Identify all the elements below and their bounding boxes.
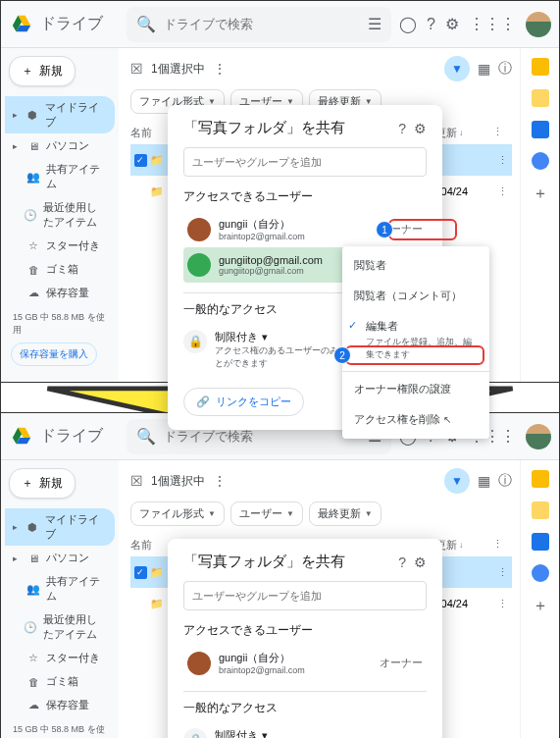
help-icon[interactable]: ? bbox=[398, 121, 406, 136]
view-grid-icon[interactable]: ▦ bbox=[478, 61, 490, 77]
menu-item-editor[interactable]: ✓編集者ファイルを登録、追加、編集できます bbox=[342, 311, 489, 369]
settings-icon[interactable]: ⚙ bbox=[445, 15, 459, 33]
menu-item-remove[interactable]: アクセス権を削除 ↖ bbox=[342, 404, 489, 435]
app-name: ドライブ bbox=[40, 14, 103, 34]
share-add-input[interactable] bbox=[183, 147, 427, 177]
new-button[interactable]: ＋新規 bbox=[9, 468, 76, 499]
keep-app-icon[interactable] bbox=[532, 501, 549, 519]
info-icon[interactable]: ⓘ bbox=[498, 60, 512, 78]
nav-shared[interactable]: 👥共有アイテム bbox=[5, 158, 115, 195]
search-input[interactable] bbox=[164, 429, 368, 444]
chevron-down-icon: ▾ bbox=[262, 331, 268, 343]
folder-icon: 📁 bbox=[150, 566, 164, 579]
close-selection-icon[interactable]: ☒ bbox=[130, 61, 143, 77]
nav-computers[interactable]: ▸🖥パソコン bbox=[5, 134, 115, 157]
buy-storage-button[interactable]: 保存容量を購入 bbox=[11, 343, 97, 366]
contacts-app-icon[interactable] bbox=[532, 152, 549, 170]
user-avatar bbox=[187, 218, 211, 241]
drive-logo[interactable]: ドライブ bbox=[9, 14, 127, 35]
nav-my-drive[interactable]: ▸⬢マイドライブ bbox=[5, 508, 115, 546]
more-col-icon[interactable]: ⋮ bbox=[492, 538, 512, 553]
nav-storage[interactable]: ☁保存容量 bbox=[5, 694, 115, 716]
new-button[interactable]: ＋新規 bbox=[9, 56, 76, 86]
add-apps-icon[interactable]: ＋ bbox=[533, 596, 548, 616]
search-box[interactable]: 🔍 ☰ bbox=[127, 7, 391, 42]
chip-user[interactable]: ユーザー▼ bbox=[230, 501, 303, 526]
drive-icon bbox=[9, 14, 34, 35]
check-icon: ✓ bbox=[348, 319, 357, 332]
nav-starred[interactable]: ☆スター付き bbox=[5, 235, 115, 257]
general-access-dropdown[interactable]: 制限付き▾ bbox=[215, 728, 427, 738]
clock-icon: 🕒 bbox=[24, 621, 37, 634]
chevron-down-icon: ▼ bbox=[208, 509, 216, 518]
nav-starred[interactable]: ☆スター付き bbox=[5, 647, 115, 669]
more-col-icon[interactable]: ⋮ bbox=[492, 126, 512, 140]
help-icon[interactable]: ? bbox=[398, 554, 406, 570]
folder-icon: 📁 bbox=[150, 185, 164, 198]
more-icon[interactable]: ⋮ bbox=[213, 61, 227, 77]
more-icon[interactable]: ⋮ bbox=[213, 473, 227, 489]
row-more-icon[interactable]: ⋮ bbox=[492, 598, 512, 610]
computer-icon: 🖥 bbox=[26, 553, 40, 564]
tasks-app-icon[interactable] bbox=[532, 533, 549, 551]
selection-count: 1個選択中 bbox=[151, 473, 205, 490]
calendar-app-icon[interactable] bbox=[532, 470, 549, 488]
drive-logo[interactable]: ドライブ bbox=[9, 426, 127, 448]
search-icon: 🔍 bbox=[136, 15, 156, 33]
star-icon: ☆ bbox=[26, 652, 40, 664]
close-selection-icon[interactable]: ☒ bbox=[130, 473, 143, 489]
nav-computers[interactable]: ▸🖥パソコン bbox=[5, 547, 115, 569]
cloud-icon: ☁ bbox=[26, 699, 40, 712]
computer-icon: 🖥 bbox=[26, 140, 40, 152]
tasks-app-icon[interactable] bbox=[532, 121, 549, 138]
copy-link-button[interactable]: 🔗リンクをコピー bbox=[183, 388, 304, 416]
menu-item-transfer[interactable]: オーナー権限の譲渡 bbox=[342, 374, 489, 404]
user-avatar bbox=[187, 253, 211, 277]
nav-trash[interactable]: 🗑ゴミ箱 bbox=[5, 670, 115, 693]
account-avatar[interactable] bbox=[526, 424, 551, 449]
nav-recent[interactable]: 🕒最近使用したアイテム bbox=[5, 608, 115, 646]
add-apps-icon[interactable]: ＋ bbox=[533, 184, 548, 204]
plus-icon: ＋ bbox=[22, 475, 33, 492]
nav-shared[interactable]: 👥共有アイテム bbox=[5, 570, 115, 607]
keep-app-icon[interactable] bbox=[532, 89, 549, 107]
row-more-icon[interactable]: ⋮ bbox=[492, 154, 512, 167]
checkbox-checked-icon[interactable]: ✓ bbox=[134, 154, 147, 167]
nav-recent[interactable]: 🕒最近使用したアイテム bbox=[5, 196, 115, 234]
info-icon[interactable]: ⓘ bbox=[498, 472, 512, 490]
general-access-label: 一般的なアクセス bbox=[183, 700, 427, 716]
offline-icon[interactable]: ◯ bbox=[399, 15, 417, 33]
apps-icon[interactable]: ⋮⋮⋮ bbox=[469, 15, 516, 33]
sort-down-icon[interactable]: ↓ bbox=[459, 541, 463, 550]
row-more-icon[interactable]: ⋮ bbox=[492, 185, 512, 198]
nav-my-drive[interactable]: ▸⬢マイドライブ bbox=[5, 96, 115, 133]
lock-icon: 🔒 bbox=[183, 330, 207, 353]
calendar-app-icon[interactable] bbox=[532, 58, 549, 76]
sort-down-icon[interactable]: ↓ bbox=[459, 129, 463, 137]
filter-icon[interactable]: ▼ bbox=[444, 56, 470, 81]
support-icon[interactable]: ? bbox=[427, 16, 435, 33]
menu-item-commenter[interactable]: 閲覧者（コメント可） bbox=[342, 281, 489, 311]
menu-item-viewer[interactable]: 閲覧者 bbox=[342, 250, 489, 281]
share-add-input[interactable] bbox=[183, 581, 427, 610]
contacts-app-icon[interactable] bbox=[532, 564, 549, 582]
chevron-right-icon: ▸ bbox=[13, 110, 21, 120]
nav-storage[interactable]: ☁保存容量 bbox=[5, 282, 115, 304]
row-more-icon[interactable]: ⋮ bbox=[492, 566, 512, 579]
tune-icon[interactable]: ☰ bbox=[368, 15, 382, 33]
settings-icon[interactable]: ⚙ bbox=[414, 121, 427, 136]
star-icon: ☆ bbox=[26, 239, 40, 252]
chip-filetype[interactable]: ファイル形式▼ bbox=[130, 501, 225, 526]
nav-trash[interactable]: 🗑ゴミ箱 bbox=[5, 258, 115, 281]
search-input[interactable] bbox=[164, 17, 368, 31]
user-avatar bbox=[187, 652, 211, 675]
account-avatar[interactable] bbox=[526, 12, 551, 37]
filter-icon[interactable]: ▼ bbox=[444, 468, 470, 494]
folder-icon: 📁 bbox=[150, 598, 164, 610]
share-title: 「写真フォルダ」を共有 bbox=[183, 119, 390, 137]
view-grid-icon[interactable]: ▦ bbox=[478, 473, 490, 489]
checkbox-checked-icon[interactable]: ✓ bbox=[134, 566, 147, 579]
settings-icon[interactable]: ⚙ bbox=[414, 554, 427, 570]
clock-icon: 🕒 bbox=[24, 209, 37, 222]
chip-updated[interactable]: 最終更新▼ bbox=[309, 501, 382, 526]
